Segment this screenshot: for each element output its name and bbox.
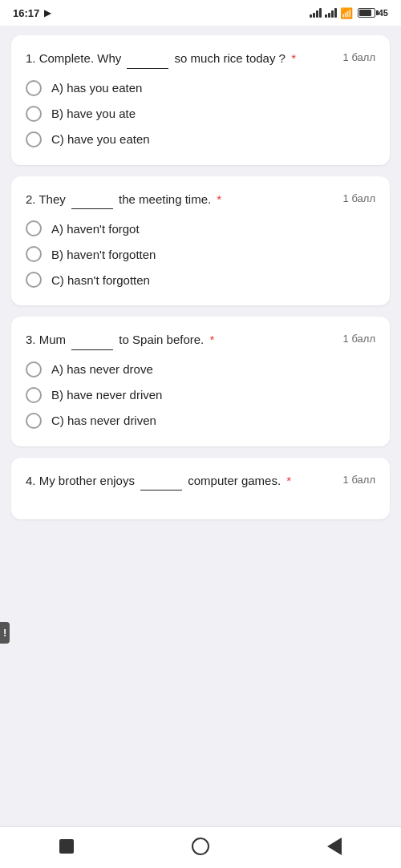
q3-radio-c[interactable] xyxy=(26,413,42,429)
q1-required: * xyxy=(291,51,296,65)
q2-option-a[interactable]: A) haven't forgot xyxy=(26,220,375,236)
question-card-2: 2. They the meeting time. * 1 балл A) ha… xyxy=(11,176,390,306)
q3-label: Mum to Spain before. xyxy=(39,333,205,346)
stop-icon xyxy=(59,839,74,854)
home-icon xyxy=(192,838,209,855)
q2-radio-c[interactable] xyxy=(26,272,42,288)
q2-option-b[interactable]: B) haven't forgotten xyxy=(26,246,375,262)
question-1-text: 1. Complete. Why so much rice today ? * xyxy=(26,50,343,69)
q2-radio-b[interactable] xyxy=(26,246,42,262)
question-1-header: 1. Complete. Why so much rice today ? * … xyxy=(26,50,375,69)
question-card-1: 1. Complete. Why so much rice today ? * … xyxy=(11,35,390,165)
question-2-header: 2. They the meeting time. * 1 балл xyxy=(26,191,375,210)
signal-bars-1 xyxy=(310,8,322,18)
q1-options: A) has you eaten B) have you ate C) have… xyxy=(26,80,375,147)
status-left: 16:17 ▶ xyxy=(13,7,51,19)
quiz-content: 1. Complete. Why so much rice today ? * … xyxy=(0,26,401,826)
q3-radio-b[interactable] xyxy=(26,387,42,403)
question-4-text: 4. My brother enjoys computer games. * xyxy=(26,472,343,491)
question-3-text: 3. Mum to Spain before. * xyxy=(26,331,343,350)
q4-required: * xyxy=(286,474,291,487)
q1-points: 1 балл xyxy=(343,51,375,63)
question-4-header: 4. My brother enjoys computer games. * 1… xyxy=(26,472,375,491)
q1-radio-a[interactable] xyxy=(26,80,42,96)
q3-option-c-label: C) has never driven xyxy=(51,414,156,427)
q1-option-b[interactable]: B) have you ate xyxy=(26,106,375,122)
q2-option-c-label: C) hasn't forgotten xyxy=(51,273,150,287)
q1-option-a-label: A) has you eaten xyxy=(51,81,142,95)
q2-options: A) haven't forgot B) haven't forgotten C… xyxy=(26,220,375,288)
q4-number: 4. xyxy=(26,474,36,487)
q2-option-c[interactable]: C) hasn't forgotten xyxy=(26,272,375,288)
back-icon xyxy=(327,838,342,855)
record-icon: ▶ xyxy=(44,8,51,18)
q2-option-b-label: B) haven't forgotten xyxy=(51,248,156,261)
q1-option-c[interactable]: C) have you eaten xyxy=(26,131,375,147)
signal-bars-2 xyxy=(325,8,337,18)
q3-number: 3. xyxy=(26,333,36,346)
q3-points: 1 балл xyxy=(343,333,375,345)
q1-option-b-label: B) have you ate xyxy=(51,107,136,120)
nav-bar xyxy=(0,826,401,868)
battery-label: 45 xyxy=(379,8,388,18)
q3-options: A) has never drove B) have never driven … xyxy=(26,361,375,429)
q1-radio-b[interactable] xyxy=(26,106,42,122)
q4-points: 1 балл xyxy=(343,474,375,486)
nav-home-button[interactable] xyxy=(186,832,215,861)
q4-label: My brother enjoys computer games. xyxy=(39,474,281,487)
q2-radio-a[interactable] xyxy=(26,220,42,236)
q2-option-a-label: A) haven't forgot xyxy=(51,222,140,236)
nav-back-button[interactable] xyxy=(320,832,349,861)
q1-number: 1. xyxy=(26,51,36,65)
wifi-icon: 📶 xyxy=(340,7,353,19)
question-card-3: 3. Mum to Spain before. * 1 балл A) has … xyxy=(11,317,390,446)
q3-option-b[interactable]: B) have never driven xyxy=(26,387,375,403)
status-right: 📶 45 xyxy=(310,7,388,19)
side-notification-icon[interactable]: ! xyxy=(0,622,10,644)
q3-radio-a[interactable] xyxy=(26,361,42,377)
nav-stop-button[interactable] xyxy=(52,832,81,861)
question-3-header: 3. Mum to Spain before. * 1 балл xyxy=(26,331,375,350)
q3-required: * xyxy=(209,333,214,346)
battery-icon xyxy=(358,8,375,18)
question-card-4: 4. My brother enjoys computer games. * 1… xyxy=(11,458,390,520)
q2-label: They the meeting time. xyxy=(38,192,211,206)
q2-points: 1 балл xyxy=(343,192,375,204)
q3-option-a[interactable]: A) has never drove xyxy=(26,361,375,377)
question-2-text: 2. They the meeting time. * xyxy=(26,191,343,210)
q2-number: 2. xyxy=(26,192,36,206)
q3-option-b-label: B) have never driven xyxy=(51,388,162,402)
q1-option-c-label: C) have you eaten xyxy=(51,132,150,146)
q3-option-a-label: A) has never drove xyxy=(51,362,153,376)
time-label: 16:17 xyxy=(13,7,39,19)
q1-radio-c[interactable] xyxy=(26,131,42,147)
q1-option-a[interactable]: A) has you eaten xyxy=(26,80,375,96)
status-bar: 16:17 ▶ 📶 45 xyxy=(0,0,401,26)
q2-required: * xyxy=(217,192,221,206)
q1-label: Complete. Why so much rice today ? xyxy=(39,51,286,65)
q3-option-c[interactable]: C) has never driven xyxy=(26,413,375,429)
